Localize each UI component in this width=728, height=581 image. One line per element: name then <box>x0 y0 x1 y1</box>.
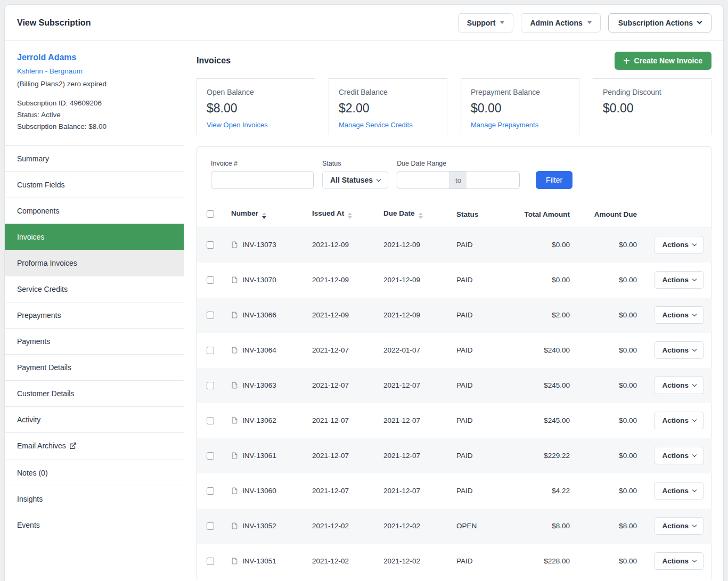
manage-prepayments-link[interactable]: Manage Prepayments <box>471 121 538 129</box>
sidebar-item-activity[interactable]: Activity <box>5 406 184 432</box>
file-icon <box>231 452 238 460</box>
row-checkbox[interactable] <box>207 558 214 565</box>
manage-service-credits-link[interactable]: Manage Service Credits <box>339 121 413 129</box>
customer-name-link[interactable]: Jerrold Adams <box>17 53 171 62</box>
card-amount: $8.00 <box>207 101 305 116</box>
sidebar-item-events[interactable]: Events <box>5 512 184 538</box>
customer-company-link[interactable]: Kshlerin - Bergnaum <box>17 67 171 75</box>
filter-button[interactable]: Filter <box>536 171 572 189</box>
sidebar-item-proforma-invoices[interactable]: Proforma Invoices <box>5 250 184 276</box>
subscription-actions-button-label: Subscription Actions <box>618 19 693 27</box>
invoice-number-link[interactable]: INV-13051 <box>242 557 276 565</box>
actions-button-label: Actions <box>662 487 689 495</box>
pending-discount-card: Pending Discount $0.00 <box>593 78 711 135</box>
status-cell: PAID <box>454 403 511 438</box>
row-actions-button[interactable]: Actions <box>654 412 704 429</box>
column-header-issued-at[interactable]: Issued At <box>310 202 381 227</box>
sidebar-item-prepayments[interactable]: Prepayments <box>5 302 184 328</box>
sidebar-item-custom-fields[interactable]: Custom Fields <box>5 171 184 198</box>
row-actions-button[interactable]: Actions <box>654 517 704 535</box>
row-actions-button[interactable]: Actions <box>654 482 704 500</box>
row-actions-button[interactable]: Actions <box>654 377 704 394</box>
status-dropdown[interactable]: All Statuses <box>322 171 388 189</box>
due-date-cell: 2022-01-07 <box>381 333 454 368</box>
column-header-label: Due Date <box>383 209 415 217</box>
invoice-number-link[interactable]: INV-13070 <box>242 276 276 284</box>
issued-at-cell: 2021-12-07 <box>310 438 381 473</box>
row-checkbox[interactable] <box>207 522 214 530</box>
table-row: INV-13073 2021-12-09 2021-12-09 PAID $0.… <box>197 227 712 263</box>
row-checkbox[interactable] <box>207 276 214 284</box>
subscription-balance: Subscription Balance: $8.00 <box>17 121 171 133</box>
row-actions-button[interactable]: Actions <box>654 552 704 570</box>
card-label: Pending Discount <box>603 88 701 96</box>
row-actions-button[interactable]: Actions <box>654 236 704 253</box>
invoice-number-link[interactable]: INV-13066 <box>242 311 276 319</box>
select-all-checkbox[interactable] <box>207 210 214 218</box>
invoice-number-input[interactable] <box>211 171 314 189</box>
total-amount-cell: $245.00 <box>511 368 570 403</box>
row-checkbox[interactable] <box>207 312 214 319</box>
due-date-cell: 2021-12-07 <box>381 438 454 473</box>
row-actions-button[interactable]: Actions <box>654 341 704 359</box>
card-label: Open Balance <box>207 88 305 96</box>
row-checkbox[interactable] <box>207 417 214 424</box>
table-row: INV-13051 2021-12-02 2021-12-02 PAID $22… <box>197 544 712 579</box>
row-checkbox[interactable] <box>207 347 214 354</box>
row-actions-button[interactable]: Actions <box>654 447 704 464</box>
sidebar-item-notes[interactable]: Notes (0) <box>5 460 184 486</box>
invoice-number-link[interactable]: INV-13061 <box>242 452 276 460</box>
caret-down-icon <box>587 21 592 24</box>
row-actions-button[interactable]: Actions <box>654 271 704 289</box>
file-icon <box>231 311 238 319</box>
sidebar-item-payments[interactable]: Payments <box>5 328 184 354</box>
sidebar-item-summary[interactable]: Summary <box>5 145 184 171</box>
open-balance-card: Open Balance $8.00 View Open Invoices <box>197 78 315 135</box>
invoices-table: Number Issued At Due Date Status Total A… <box>197 202 712 579</box>
plus-icon <box>624 58 629 64</box>
row-checkbox[interactable] <box>207 241 214 249</box>
card-amount: $0.00 <box>471 101 569 116</box>
sidebar-item-components[interactable]: Components <box>5 198 184 224</box>
invoice-number-link[interactable]: INV-13073 <box>242 241 276 249</box>
amount-due-cell: $0.00 <box>570 263 637 298</box>
sidebar-item-email-archives[interactable]: Email Archives <box>5 432 184 460</box>
due-date-from-input[interactable] <box>397 171 450 189</box>
admin-actions-button-label: Admin Actions <box>530 19 582 27</box>
admin-actions-button[interactable]: Admin Actions <box>521 13 600 32</box>
sidebar-item-invoices[interactable]: Invoices <box>5 224 184 250</box>
invoice-number-link[interactable]: INV-13064 <box>242 346 276 354</box>
invoice-number-link[interactable]: INV-13062 <box>242 416 276 424</box>
support-button[interactable]: Support <box>458 13 514 32</box>
sidebar-item-payment-details[interactable]: Payment Details <box>5 354 184 380</box>
issued-at-cell: 2021-12-07 <box>310 403 381 438</box>
status-cell: OPEN <box>454 509 511 544</box>
column-header-due-date[interactable]: Due Date <box>381 202 454 227</box>
issued-at-cell: 2021-12-09 <box>310 298 381 333</box>
subscription-actions-button[interactable]: Subscription Actions <box>608 13 711 32</box>
create-new-invoice-button[interactable]: Create New Invoice <box>615 52 711 70</box>
column-header-number[interactable]: Number <box>227 202 310 227</box>
issued-at-cell: 2021-12-07 <box>310 368 381 403</box>
invoice-number-link[interactable]: INV-13052 <box>242 522 276 530</box>
chevron-down-icon <box>377 177 381 181</box>
table-row: INV-13061 2021-12-07 2021-12-07 PAID $22… <box>197 438 712 473</box>
sidebar-item-customer-details[interactable]: Customer Details <box>5 380 184 406</box>
view-open-invoices-link[interactable]: View Open Invoices <box>207 121 268 129</box>
column-header-status: Status <box>454 202 511 227</box>
sidebar-item-insights[interactable]: Insights <box>5 486 184 512</box>
row-checkbox[interactable] <box>207 452 214 460</box>
due-date-to-input[interactable] <box>467 171 520 189</box>
row-checkbox[interactable] <box>207 382 214 389</box>
status-cell: PAID <box>454 473 511 509</box>
status-cell: PAID <box>454 368 511 403</box>
invoice-number-link[interactable]: INV-13063 <box>242 381 276 389</box>
section-title: Invoices <box>197 56 231 66</box>
chevron-down-icon <box>692 523 697 527</box>
subscription-id: Subscription ID: 49609206 <box>17 97 171 109</box>
row-actions-button[interactable]: Actions <box>654 306 704 324</box>
row-checkbox[interactable] <box>207 487 214 495</box>
invoice-number-link[interactable]: INV-13060 <box>242 487 276 495</box>
sidebar-item-service-credits[interactable]: Service Credits <box>5 276 184 302</box>
issued-at-cell: 2021-12-07 <box>310 473 381 509</box>
